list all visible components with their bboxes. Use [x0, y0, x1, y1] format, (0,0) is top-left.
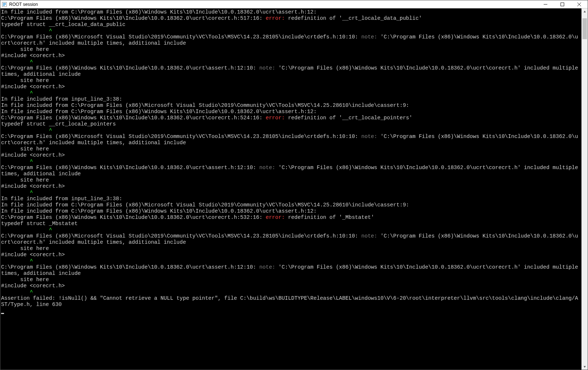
terminal-segment: note:	[361, 233, 377, 239]
terminal-segment: Assertion failed: !isNull() && "Cannot r…	[1, 295, 578, 307]
terminal-segment: site here	[1, 146, 49, 152]
terminal-segment: ^	[1, 127, 52, 133]
terminal-segment: typedef struct _Mbstatet	[1, 221, 78, 227]
terminal-segment: In file included from C:\Program Files (…	[1, 102, 409, 108]
terminal-segment: In file included from input_line_3:38:	[1, 196, 122, 202]
terminal-segment: ^	[1, 90, 33, 96]
terminal-text: In file included from C:\Program Files (…	[1, 9, 580, 314]
terminal-segment: In file included from C:\Program Files (…	[1, 208, 317, 214]
window-buttons	[537, 0, 588, 8]
minimize-button[interactable]	[537, 0, 554, 8]
terminal-segment: C:\Program Files (x86)\Windows Kits\10\I…	[1, 115, 266, 121]
terminal-segment: typedef struct __crt_locale_pointers	[1, 121, 116, 127]
svg-rect-1	[3, 3, 6, 4]
terminal-segment: C:\Program Files (x86)\Windows Kits\10\I…	[1, 65, 259, 71]
terminal-segment: ^	[1, 289, 33, 295]
terminal-segment: ^	[1, 59, 33, 65]
terminal-segment: note:	[259, 65, 275, 71]
terminal-segment: note:	[361, 34, 377, 40]
terminal-segment: error:	[266, 15, 285, 21]
terminal-segment: ^	[1, 190, 33, 195]
terminal-segment: #include <corecrt.h>	[1, 53, 65, 59]
titlebar[interactable]: ROOT session	[0, 0, 588, 8]
scrollbar-thumb[interactable]	[583, 18, 587, 39]
svg-rect-2	[3, 4, 6, 5]
terminal-segment: site here	[1, 277, 49, 283]
terminal-segment: C:\Program Files (x86)\Windows Kits\10\I…	[1, 15, 266, 21]
terminal-segment: ^	[1, 158, 33, 164]
terminal-segment: In file included from C:\Program Files (…	[1, 9, 317, 15]
terminal-segment: ^	[1, 227, 52, 233]
terminal-segment: note:	[259, 264, 275, 270]
terminal-segment: C:\Program Files (x86)\Windows Kits\10\I…	[1, 264, 259, 270]
terminal-segment: ^	[1, 28, 52, 34]
terminal-segment: error:	[266, 214, 285, 220]
terminal-segment: #include <corecrt.h>	[1, 283, 65, 289]
terminal-segment: redefinition of '__crt_locale_data_publi…	[285, 15, 422, 21]
terminal-segment: #include <corecrt.h>	[1, 152, 65, 158]
terminal-segment: redefinition of '__crt_locale_pointers'	[285, 115, 412, 121]
terminal-segment: C:\Program Files (x86)\Windows Kits\10\I…	[1, 214, 266, 220]
terminal-segment: C:\Program Files (x86)\Microsoft Visual …	[1, 233, 361, 239]
terminal-segment: site here	[1, 78, 49, 83]
svg-rect-5	[561, 3, 564, 6]
terminal-segment: C:\Program Files (x86)\Microsoft Visual …	[1, 34, 361, 40]
terminal-output[interactable]: In file included from C:\Program Files (…	[0, 8, 581, 370]
terminal-segment: site here	[1, 246, 49, 251]
scrollbar-track[interactable]	[582, 15, 588, 363]
root-session-window: ROOT session In file included from C:\Pr…	[0, 0, 588, 370]
terminal-segment: In file included from input_line_3:38:	[1, 96, 122, 102]
close-button[interactable]	[571, 0, 588, 8]
terminal-segment: ^	[1, 258, 33, 264]
terminal-segment: #include <corecrt.h>	[1, 183, 65, 189]
vertical-scrollbar[interactable]	[581, 8, 588, 370]
window-title: ROOT session	[9, 2, 537, 7]
client-area: In file included from C:\Program Files (…	[0, 8, 588, 370]
terminal-segment: In file included from C:\Program Files (…	[1, 202, 409, 208]
maximize-button[interactable]	[554, 0, 571, 8]
terminal-segment: error:	[266, 115, 285, 121]
svg-marker-8	[584, 11, 586, 12]
terminal-segment: site here	[1, 177, 49, 183]
terminal-segment: redefinition of '_Mbstatet'	[285, 214, 374, 220]
terminal-segment: typedef struct __crt_locale_data_public	[1, 22, 125, 27]
terminal-cursor	[1, 313, 4, 314]
terminal-segment: C:\Program Files (x86)\Microsoft Visual …	[1, 134, 361, 139]
terminal-segment: site here	[1, 46, 49, 52]
app-icon	[2, 2, 7, 7]
terminal-segment: In file included from C:\Program Files (…	[1, 109, 317, 115]
terminal-segment: note:	[361, 134, 377, 139]
svg-marker-9	[584, 366, 586, 368]
scroll-down-button[interactable]	[582, 363, 588, 370]
svg-rect-3	[3, 5, 5, 6]
terminal-segment: #include <corecrt.h>	[1, 252, 65, 258]
terminal-segment: note:	[259, 165, 275, 171]
terminal-segment: #include <corecrt.h>	[1, 84, 65, 90]
terminal-segment: C:\Program Files (x86)\Windows Kits\10\I…	[1, 165, 259, 171]
scroll-up-button[interactable]	[582, 8, 588, 15]
